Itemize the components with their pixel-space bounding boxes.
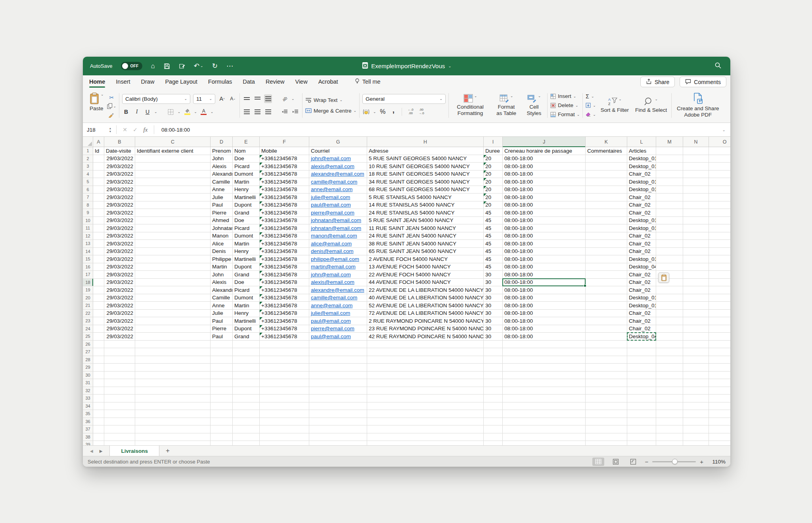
cell-N28[interactable] bbox=[683, 356, 709, 364]
sheet-tab-livraisons[interactable]: Livraisons bbox=[109, 446, 159, 456]
cell-J11[interactable]: 08:00-18:00 bbox=[503, 224, 586, 232]
cell-N17[interactable] bbox=[683, 271, 709, 279]
cell-N20[interactable] bbox=[683, 294, 709, 302]
cell-L8[interactable]: Chair_02 bbox=[627, 201, 656, 209]
cell-J39[interactable] bbox=[503, 441, 586, 445]
cell-J23[interactable]: 08:00-18:00 bbox=[503, 317, 586, 325]
cell-N11[interactable] bbox=[683, 224, 709, 232]
increase-indent-button[interactable] bbox=[291, 107, 299, 116]
font-color-button[interactable]: A bbox=[200, 107, 208, 116]
cell-J29[interactable] bbox=[503, 364, 586, 372]
row-header-23[interactable]: 23 bbox=[83, 317, 93, 325]
cell-O9[interactable] bbox=[709, 209, 730, 217]
row-header-17[interactable]: 17 bbox=[83, 271, 93, 279]
orientation-chevron-icon[interactable]: ⌄ bbox=[291, 97, 295, 101]
cell-D12[interactable]: Manon bbox=[211, 232, 233, 240]
cell-K25[interactable] bbox=[586, 333, 627, 341]
row-header-34[interactable]: 34 bbox=[83, 402, 93, 410]
cell-K36[interactable] bbox=[586, 418, 627, 426]
title-chevron-icon[interactable]: ⌄ bbox=[448, 64, 451, 68]
cell-G9[interactable]: pierre@email.com bbox=[309, 209, 367, 217]
cell-H4[interactable]: 18 RUE SAINT GEORGES 54000 NANCY bbox=[367, 171, 484, 178]
cell-C28[interactable] bbox=[135, 356, 211, 364]
cell-J10[interactable]: 08:00-18:00 bbox=[503, 217, 586, 225]
cell-K2[interactable] bbox=[586, 155, 627, 163]
zoom-in-button[interactable]: + bbox=[700, 459, 703, 465]
cell-M27[interactable] bbox=[656, 348, 683, 356]
create-share-adobe-pdf-button[interactable]: Create and Share Adobe PDF bbox=[674, 92, 721, 118]
row-header-13[interactable]: 13 bbox=[83, 240, 93, 248]
fill-color-chevron-icon[interactable]: ⌄ bbox=[194, 110, 197, 114]
cell-H23[interactable]: 2 RUE RAYMOND POINCARE N 54000 NANCY bbox=[367, 317, 484, 325]
cell-L4[interactable]: Chair_02 bbox=[627, 171, 656, 178]
cell-N29[interactable] bbox=[683, 364, 709, 372]
cell-I7[interactable]: 20 bbox=[484, 193, 503, 201]
cell-G34[interactable] bbox=[309, 402, 367, 410]
cell-E12[interactable]: Dumont bbox=[233, 232, 260, 240]
cell-K23[interactable] bbox=[586, 317, 627, 325]
cell-G21[interactable]: anne@email.com bbox=[309, 302, 367, 310]
cell-M35[interactable] bbox=[656, 410, 683, 418]
cell-B19[interactable]: 29/03/2022 bbox=[104, 286, 135, 294]
row-header-16[interactable]: 16 bbox=[83, 263, 93, 271]
cell-B18[interactable]: 29/03/2022 bbox=[104, 279, 135, 287]
cell-O5[interactable] bbox=[709, 178, 730, 186]
cell-F1[interactable]: Mobile bbox=[260, 147, 309, 155]
comma-style-button[interactable]: , bbox=[389, 107, 397, 116]
cell-I22[interactable]: 30 bbox=[484, 310, 503, 318]
cell-M5[interactable] bbox=[656, 178, 683, 186]
cell-F14[interactable]: +33612345678 bbox=[260, 248, 309, 256]
cell-A37[interactable] bbox=[93, 425, 104, 433]
cell-D32[interactable] bbox=[211, 387, 233, 395]
cell-M31[interactable] bbox=[656, 379, 683, 387]
cell-H8[interactable]: 14 RUE STANISLAS 54000 NANCY bbox=[367, 201, 484, 209]
cell-G4[interactable]: alexandre@email.com bbox=[309, 171, 367, 178]
cut-button[interactable]: ✂ bbox=[109, 94, 114, 101]
document-title-group[interactable]: ExempleImportRendezVous ⌄ bbox=[362, 62, 451, 70]
cell-O10[interactable] bbox=[709, 217, 730, 225]
cell-O13[interactable] bbox=[709, 240, 730, 248]
cell-B17[interactable]: 29/03/2022 bbox=[104, 271, 135, 279]
cell-D1[interactable]: Prenom bbox=[211, 147, 233, 155]
column-header-L[interactable]: L bbox=[627, 137, 656, 147]
cell-L33[interactable] bbox=[627, 395, 656, 402]
cell-B23[interactable]: 29/03/2022 bbox=[104, 317, 135, 325]
cell-G28[interactable] bbox=[309, 356, 367, 364]
cell-H24[interactable]: 23 RUE RAYMOND POINCARE N 54000 NANCY bbox=[367, 325, 484, 333]
search-icon[interactable] bbox=[714, 62, 722, 71]
cell-O3[interactable] bbox=[709, 163, 730, 171]
ribbon-tab-formulas[interactable]: Formulas bbox=[208, 75, 232, 88]
cell-G37[interactable] bbox=[309, 425, 367, 433]
cell-I35[interactable] bbox=[484, 410, 503, 418]
cell-O37[interactable] bbox=[709, 425, 730, 433]
cell-L9[interactable]: Chair_02 bbox=[627, 209, 656, 217]
cell-I36[interactable] bbox=[484, 418, 503, 426]
cell-A4[interactable] bbox=[93, 171, 104, 178]
cell-O28[interactable] bbox=[709, 356, 730, 364]
cell-K13[interactable] bbox=[586, 240, 627, 248]
cell-M26[interactable] bbox=[656, 341, 683, 349]
cell-K24[interactable] bbox=[586, 325, 627, 333]
cell-E19[interactable]: Picard bbox=[233, 286, 260, 294]
cell-H22[interactable]: 72 AVENUE DE LA LIBERATION 54000 NANCY bbox=[367, 310, 484, 318]
cell-F2[interactable]: +33612345678 bbox=[260, 155, 309, 163]
cell-G12[interactable]: manon@email.com bbox=[309, 232, 367, 240]
cell-A15[interactable] bbox=[93, 255, 104, 263]
cell-D21[interactable]: Anne bbox=[211, 302, 233, 310]
cell-C34[interactable] bbox=[135, 402, 211, 410]
cell-L12[interactable]: Chair_02 bbox=[627, 232, 656, 240]
cell-D8[interactable]: Paul bbox=[211, 201, 233, 209]
row-header-25[interactable]: 25 bbox=[83, 333, 93, 341]
cell-C3[interactable] bbox=[135, 163, 211, 171]
cell-F11[interactable]: +33612345678 bbox=[260, 224, 309, 232]
cell-J8[interactable]: 08:00-18:00 bbox=[503, 201, 586, 209]
row-header-31[interactable]: 31 bbox=[83, 379, 93, 387]
cell-H32[interactable] bbox=[367, 387, 484, 395]
row-header-18[interactable]: 18 bbox=[83, 279, 93, 287]
cell-H19[interactable]: 22 AVENUE DE LA LIBERATION 54000 NANCY bbox=[367, 286, 484, 294]
save-icon[interactable] bbox=[164, 63, 170, 69]
cell-A3[interactable] bbox=[93, 163, 104, 171]
cell-E21[interactable]: Martin bbox=[233, 302, 260, 310]
cell-L32[interactable] bbox=[627, 387, 656, 395]
cell-F19[interactable]: +33612345678 bbox=[260, 286, 309, 294]
